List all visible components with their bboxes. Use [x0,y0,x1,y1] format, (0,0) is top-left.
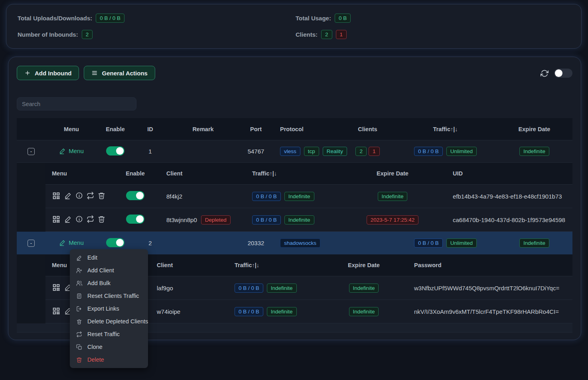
context-menu-item-delete[interactable]: Delete [70,353,148,366]
client-enable-toggle[interactable] [126,215,144,224]
user-add-icon [76,268,82,274]
expire-tag: Indefinite [349,307,379,316]
header-enable: Enable [97,126,133,132]
header-protocol: Protocol [273,126,341,132]
refresh-icon[interactable] [541,69,549,77]
edit-pencil-icon[interactable] [64,215,72,223]
client-uid: ca68470b-1940-437d-802b-1f9573e94598 [442,217,572,223]
header-traffic-sort[interactable]: Traffic↑|↓ [395,126,496,132]
header-expire-date: Expire Date [343,170,442,177]
inbounds-table-header: Menu Enable ID Remark Port Protocol Clie… [17,118,572,140]
header-client: Client [155,170,247,177]
edit-icon [76,255,82,261]
qrcode-icon[interactable] [52,191,61,200]
traffic-tag: 0 B / 0 B [414,238,443,248]
client-password: nkV/I/3XoAm9v6xMT/T5lcrF4TpeTKF98rHARbRo… [408,308,572,315]
reset-traffic-icon[interactable] [87,215,94,223]
clients-active-tag: 2 [355,147,367,156]
traffic-limit-tag: Unlimited [446,147,477,156]
header-traffic-sort[interactable]: Traffic↑|↓ [247,170,343,177]
clients-count: Clients: 2 1 [296,30,581,39]
expire-tag: Indefinite [519,147,549,156]
context-menu-label: Delete [87,356,104,363]
vless-clients-header: Menu Enable Client Traffic↑|↓ Expire Dat… [45,163,572,185]
context-menu-label: Delete Depleted Clients [87,318,148,325]
total-usage-label: Total Usage: [296,15,331,22]
header-enable: Enable [115,170,155,177]
context-menu-item-reset-traffic[interactable]: Reset Traffic [70,328,148,341]
protocol-tag-vless: vless [280,147,300,156]
client-row-8f4kj2: 8f4kj2 0 B / 0 B Indefinite Indefinite e… [45,185,572,208]
client-enable-toggle[interactable] [126,191,144,200]
info-icon[interactable] [75,192,83,199]
inbound-context-menu: Edit Add Client Add Bulk Reset Clients T… [70,249,148,368]
header-client: Client [150,262,228,268]
clone-icon [76,344,82,350]
context-menu-label: Add Bulk [87,280,110,286]
depleted-badge: Depleted [201,215,231,224]
reset-traffic-icon [76,331,82,337]
total-uploads-downloads: Total Uploads/Downloads: 0 B / 0 B [18,14,296,23]
enable-toggle[interactable] [106,146,124,156]
file-reset-icon [76,293,82,299]
row-menu-button[interactable]: Menu [59,148,84,154]
add-inbound-button[interactable]: Add Inbound [17,66,79,80]
context-menu-label: Edit [87,254,97,261]
edit-pencil-icon [59,148,66,154]
edit-pencil-icon[interactable] [64,192,72,199]
enable-toggle[interactable] [106,238,124,247]
header-menu: Menu [45,170,115,177]
client-name: 8f4kj2 [155,193,247,200]
context-menu-item-add-client[interactable]: Add Client [70,264,148,277]
delete-icon[interactable] [98,215,105,223]
context-menu-item-clone[interactable]: Clone [70,341,148,353]
header-port: Port [239,126,273,132]
menu-lines-icon [91,70,98,76]
row-menu-button[interactable]: Menu [59,239,84,246]
client-row-8t3wjnn8p0: 8t3wjnn8p0 Depleted 0 B / 0 B Indefinite… [45,208,572,232]
traffic-tag: 0 B / 0 B [252,192,281,201]
qrcode-icon[interactable] [52,283,61,292]
traffic-limit-tag: Indefinite [284,192,314,201]
inbound-id: 1 [133,148,167,155]
client-name: laf9go [150,285,228,291]
context-menu-item-export-links[interactable]: Export Links [70,302,148,315]
context-menu-item-reset-clients-traffic[interactable]: Reset Clients Traffic [70,289,148,302]
collapse-row-button[interactable]: - [28,240,35,247]
stats-panel: Total Uploads/Downloads: 0 B / 0 B Numbe… [6,4,582,49]
edit-pencil-icon [59,239,66,246]
traffic-limit-tag: Unlimited [446,238,477,248]
protocol-tag-tcp: tcp [304,147,319,156]
header-id: ID [133,126,167,132]
context-menu-label: Reset Traffic [87,331,120,337]
context-menu-item-add-bulk[interactable]: Add Bulk [70,277,148,289]
qrcode-icon[interactable] [52,215,61,224]
header-traffic-sort[interactable]: Traffic↑|↓ [228,262,320,268]
expire-tag: Indefinite [519,238,549,248]
collapse-row-button[interactable]: - [28,148,35,155]
total-uploads-downloads-value: 0 B / 0 B [96,14,124,23]
inbound-port: 54767 [239,148,273,155]
add-inbound-label: Add Inbound [35,70,71,77]
traffic-limit-tag: Indefinite [284,215,314,224]
general-actions-label: General Actions [102,70,147,77]
header-password: Password [408,262,572,268]
traffic-tag: 0 B / 0 B [235,307,263,316]
filter-toggle[interactable] [554,69,572,78]
general-actions-button[interactable]: General Actions [84,66,155,80]
client-name: 8t3wjnn8p0 [166,217,197,223]
total-usage-value: 0 B [335,14,351,23]
sub-table-spacer [17,254,45,323]
header-expire-date: Expire Date [320,262,408,268]
search-input[interactable] [17,97,136,110]
context-menu-label: Export Links [87,305,119,312]
qrcode-icon[interactable] [52,307,61,315]
traffic-tag: 0 B / 0 B [414,147,443,156]
info-icon[interactable] [75,215,83,223]
delete-icon[interactable] [98,192,105,199]
total-usage: Total Usage: 0 B [296,14,581,23]
reset-traffic-icon[interactable] [87,192,94,199]
inbound-row-1: - Menu 1 54767 vless tcp Reality [17,140,572,163]
context-menu-item-edit[interactable]: Edit [70,251,148,264]
context-menu-item-delete-depleted-clients[interactable]: Delete Depleted Clients [70,315,148,328]
